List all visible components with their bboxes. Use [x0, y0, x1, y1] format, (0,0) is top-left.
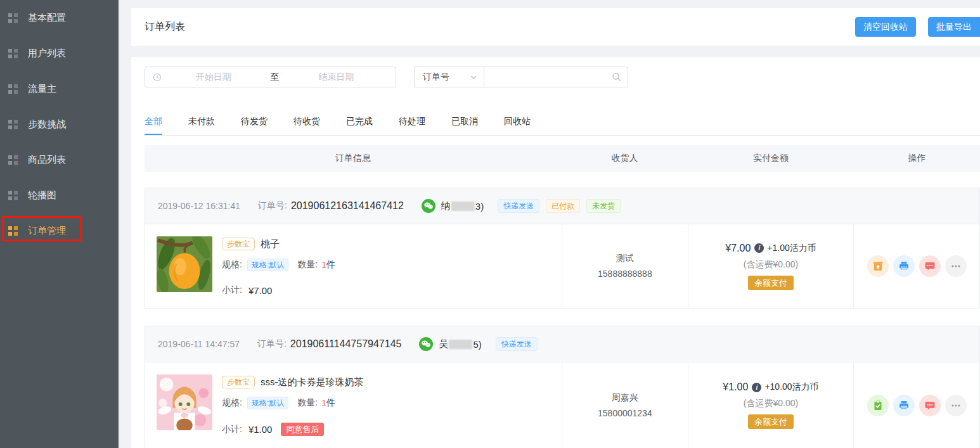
- subtotal-label: 小计:: [222, 285, 242, 296]
- product-image: [157, 236, 212, 292]
- search-type-value: 订单号: [423, 72, 470, 83]
- date-range-picker[interactable]: 开始日期 至 结束日期: [145, 67, 396, 87]
- order-body: 步数宝 桃子 规格: 规格:默认 数量: 1 件 小计: ¥7.00: [145, 224, 979, 308]
- sidebar-item-label: 轮播图: [28, 189, 56, 202]
- subtotal-value: ¥7.00: [248, 285, 273, 296]
- search-type-select[interactable]: 订单号: [414, 67, 484, 87]
- tab-to-ship[interactable]: 待发货: [241, 116, 268, 135]
- page-title: 订单列表: [145, 20, 185, 34]
- clear-recycle-bin-button[interactable]: 清空回收站: [855, 17, 916, 37]
- clock-icon: [153, 73, 162, 82]
- info-icon[interactable]: i: [752, 383, 761, 392]
- confirm-order-button[interactable]: [867, 395, 889, 416]
- receiver-name: 测试: [616, 250, 634, 266]
- order-time: 2019-06-12 16:31:41: [158, 201, 240, 211]
- qty-unit: 件: [326, 397, 335, 409]
- sidebar-item-label: 订单管理: [28, 225, 66, 237]
- tab-completed[interactable]: 已完成: [346, 116, 373, 135]
- sidebar-item-label: 步数挑战: [28, 118, 66, 131]
- tab-all[interactable]: 全部: [145, 116, 162, 135]
- main-area: 订单列表 清空回收站 批量导出 开始日期 至 结束日期 订单号: [119, 0, 980, 448]
- tab-recycle-bin[interactable]: 回收站: [504, 116, 531, 135]
- header-actions: 清空回收站 批量导出: [855, 17, 980, 37]
- chevron-down-icon: [470, 74, 477, 81]
- order-card: 2019-06-12 16:31:41 订单号: 201906121631414…: [145, 188, 980, 309]
- receiver-cell: 测试 15888888888: [562, 224, 688, 308]
- print-button[interactable]: [893, 255, 915, 277]
- product-type-tag: 步数宝: [222, 376, 255, 388]
- receiver-phone: 15888888888: [598, 266, 652, 282]
- pay-method-tag: 余额支付: [748, 276, 794, 290]
- sidebar-item-order-management[interactable]: 订单管理: [0, 213, 119, 248]
- tab-to-receive[interactable]: 待收货: [293, 116, 320, 135]
- grid-icon: [8, 226, 18, 236]
- actions-cell: [853, 224, 979, 308]
- sidebar-item-traffic[interactable]: 流量主: [0, 71, 119, 106]
- wechat-icon: [422, 199, 435, 213]
- search-icon: [612, 72, 621, 82]
- censored-text: [449, 340, 472, 349]
- sidebar-item-user-list[interactable]: 用户列表: [0, 35, 119, 71]
- tab-unpaid[interactable]: 未付款: [188, 116, 215, 135]
- column-actions: 操作: [854, 153, 980, 164]
- order-head: 2019-06-11 14:47:57 订单号: 201906111447579…: [145, 326, 979, 362]
- start-date-placeholder: 开始日期: [162, 72, 266, 83]
- grid-icon: [8, 13, 18, 23]
- end-date-placeholder: 结束日期: [285, 72, 389, 83]
- receiver-phone: 15800001234: [598, 406, 652, 421]
- buyer: 吴5): [419, 337, 481, 351]
- search-input-wrap: [484, 67, 628, 87]
- status-tabs: 全部 未付款 待发货 待收货 已完成 待处理 已取消 回收站: [145, 116, 980, 136]
- sidebar-item-basic-config[interactable]: 基本配置: [0, 0, 119, 35]
- more-button[interactable]: [945, 395, 967, 416]
- column-paid-amount: 实付金额: [688, 153, 854, 164]
- spec-label: 规格:: [222, 259, 242, 271]
- qty-number: 1: [321, 260, 326, 270]
- product-image: [157, 374, 212, 430]
- more-button[interactable]: [945, 255, 967, 277]
- info-icon[interactable]: i: [754, 243, 764, 253]
- search-input[interactable]: [491, 72, 612, 82]
- printer-icon: [898, 260, 910, 272]
- tab-cancelled[interactable]: 已取消: [451, 116, 478, 135]
- freight-note: (含运费¥0.00): [744, 259, 798, 271]
- grid-icon: [8, 191, 18, 200]
- order-list-panel: 开始日期 至 结束日期 订单号 全部 未付款 待发货 待收货 已完成: [131, 57, 980, 448]
- message-button[interactable]: [919, 255, 941, 277]
- after-sale-approved-tag: 同意售后: [281, 423, 324, 436]
- receiver-cell: 周嘉兴 15800001234: [562, 362, 688, 448]
- status-tag-delivery: 快递发送: [498, 199, 539, 213]
- sidebar-item-product-list[interactable]: 商品列表: [0, 142, 119, 177]
- censored-text: [451, 202, 475, 211]
- print-button[interactable]: [893, 395, 915, 416]
- paid-amount: ¥1.00: [723, 381, 748, 393]
- message-button[interactable]: [919, 395, 941, 416]
- subtotal-label: 小计:: [222, 424, 242, 435]
- product-name: 桃子: [261, 238, 280, 250]
- ship-button[interactable]: [867, 255, 889, 277]
- ellipsis-icon: [950, 400, 962, 411]
- product-type-tag: 步数宝: [222, 238, 255, 250]
- sidebar-item-step-challenge[interactable]: 步数挑战: [0, 106, 119, 142]
- spec-value-tag: 规格:默认: [247, 259, 288, 271]
- sidebar-item-label: 流量主: [28, 83, 56, 95]
- page-header: 订单列表 清空回收站 批量导出: [131, 8, 980, 46]
- order-status-tags: 快递发送: [496, 337, 538, 351]
- bonus-coins: +10.00活力币: [764, 381, 818, 393]
- batch-export-button[interactable]: 批量导出: [928, 17, 980, 37]
- order-body: 步数宝 sss-送的卡券是珍珠奶茶 规格: 规格:默认 数量: 1 件 小计:: [145, 362, 979, 448]
- order-no: 20190611144757947145: [290, 338, 402, 350]
- amount-cell: ¥1.00 i +10.00活力币 (含运费¥0.00) 余额支付: [688, 362, 854, 448]
- spec-value-tag: 规格:默认: [247, 397, 288, 409]
- sidebar-item-carousel[interactable]: 轮播图: [0, 177, 119, 213]
- actions-cell: [853, 362, 979, 448]
- sidebar-item-label: 基本配置: [28, 12, 66, 24]
- column-receiver: 收货人: [562, 153, 688, 164]
- grid-icon: [8, 84, 18, 94]
- filter-row: 开始日期 至 结束日期 订单号: [145, 67, 980, 87]
- qty-label: 数量:: [297, 397, 318, 409]
- order-no-label: 订单号:: [257, 338, 287, 350]
- tab-pending[interactable]: 待处理: [399, 116, 425, 135]
- qty-unit: 件: [326, 259, 335, 271]
- search-group: 订单号: [414, 67, 628, 87]
